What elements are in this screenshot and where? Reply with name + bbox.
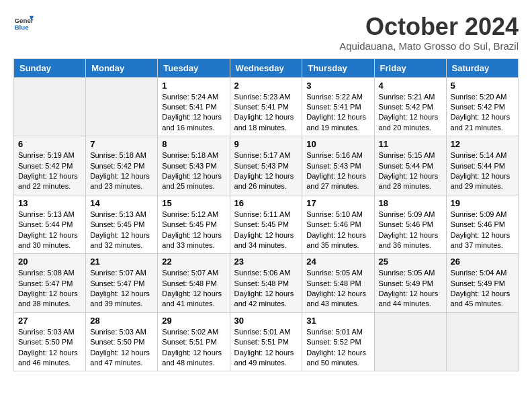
day-number: 9 xyxy=(234,139,298,149)
calendar-cell: 10Sunrise: 5:16 AM Sunset: 5:43 PM Dayli… xyxy=(302,136,374,195)
calendar-cell: 7Sunrise: 5:18 AM Sunset: 5:42 PM Daylig… xyxy=(86,136,158,195)
calendar-cell: 12Sunrise: 5:14 AM Sunset: 5:44 PM Dayli… xyxy=(446,136,518,195)
calendar-day-header: Wednesday xyxy=(230,58,302,77)
cell-content: Sunrise: 5:18 AM Sunset: 5:43 PM Dayligh… xyxy=(162,150,225,192)
day-number: 17 xyxy=(306,198,369,208)
calendar-day-header: Tuesday xyxy=(158,58,230,77)
day-number: 21 xyxy=(90,257,153,267)
calendar-day-header: Monday xyxy=(86,58,158,77)
logo-icon: General Blue xyxy=(13,13,34,34)
day-number: 8 xyxy=(162,139,225,149)
calendar-cell: 13Sunrise: 5:13 AM Sunset: 5:44 PM Dayli… xyxy=(14,195,86,254)
cell-content: Sunrise: 5:09 AM Sunset: 5:46 PM Dayligh… xyxy=(379,210,442,251)
cell-content: Sunrise: 5:17 AM Sunset: 5:43 PM Dayligh… xyxy=(234,150,298,192)
calendar-cell: 17Sunrise: 5:10 AM Sunset: 5:46 PM Dayli… xyxy=(302,195,374,254)
day-number: 1 xyxy=(162,81,225,91)
cell-content: Sunrise: 5:18 AM Sunset: 5:42 PM Dayligh… xyxy=(90,150,153,192)
cell-content: Sunrise: 5:11 AM Sunset: 5:45 PM Dayligh… xyxy=(234,210,298,251)
day-number: 7 xyxy=(90,139,153,149)
calendar-cell: 31Sunrise: 5:01 AM Sunset: 5:52 PM Dayli… xyxy=(302,312,374,371)
calendar-body: 1Sunrise: 5:24 AM Sunset: 5:41 PM Daylig… xyxy=(14,77,519,371)
calendar-cell: 24Sunrise: 5:05 AM Sunset: 5:48 PM Dayli… xyxy=(302,254,374,313)
cell-content: Sunrise: 5:02 AM Sunset: 5:51 PM Dayligh… xyxy=(162,327,225,369)
cell-content: Sunrise: 5:19 AM Sunset: 5:42 PM Dayligh… xyxy=(18,150,81,192)
day-number: 10 xyxy=(306,139,369,149)
cell-content: Sunrise: 5:16 AM Sunset: 5:43 PM Dayligh… xyxy=(306,150,369,192)
calendar-cell: 23Sunrise: 5:06 AM Sunset: 5:48 PM Dayli… xyxy=(230,254,302,313)
cell-content: Sunrise: 5:09 AM Sunset: 5:46 PM Dayligh… xyxy=(451,210,514,251)
day-number: 24 xyxy=(306,257,369,267)
cell-content: Sunrise: 5:20 AM Sunset: 5:42 PM Dayligh… xyxy=(451,92,514,134)
location-subtitle: Aquidauana, Mato Grosso do Sul, Brazil xyxy=(339,40,519,52)
calendar-header-row: SundayMondayTuesdayWednesdayThursdayFrid… xyxy=(14,58,519,77)
day-number: 25 xyxy=(379,257,442,267)
day-number: 22 xyxy=(162,257,225,267)
cell-content: Sunrise: 5:10 AM Sunset: 5:46 PM Dayligh… xyxy=(306,210,369,251)
day-number: 18 xyxy=(379,198,442,208)
calendar-cell: 29Sunrise: 5:02 AM Sunset: 5:51 PM Dayli… xyxy=(158,312,230,371)
day-number: 3 xyxy=(306,81,369,91)
cell-content: Sunrise: 5:05 AM Sunset: 5:48 PM Dayligh… xyxy=(306,268,369,310)
day-number: 13 xyxy=(18,198,81,208)
calendar-day-header: Sunday xyxy=(14,58,86,77)
calendar-cell: 11Sunrise: 5:15 AM Sunset: 5:44 PM Dayli… xyxy=(374,136,446,195)
calendar-cell xyxy=(374,312,446,371)
day-number: 14 xyxy=(90,198,153,208)
calendar-cell: 9Sunrise: 5:17 AM Sunset: 5:43 PM Daylig… xyxy=(230,136,302,195)
cell-content: Sunrise: 5:03 AM Sunset: 5:50 PM Dayligh… xyxy=(90,327,153,369)
calendar-cell: 18Sunrise: 5:09 AM Sunset: 5:46 PM Dayli… xyxy=(374,195,446,254)
day-number: 23 xyxy=(234,257,298,267)
day-number: 5 xyxy=(451,81,514,91)
month-title: October 2024 xyxy=(339,13,519,40)
calendar-cell: 14Sunrise: 5:13 AM Sunset: 5:45 PM Dayli… xyxy=(86,195,158,254)
calendar-week-row: 27Sunrise: 5:03 AM Sunset: 5:50 PM Dayli… xyxy=(14,312,519,371)
day-number: 30 xyxy=(234,316,298,326)
calendar-cell: 21Sunrise: 5:07 AM Sunset: 5:47 PM Dayli… xyxy=(86,254,158,313)
calendar-cell: 20Sunrise: 5:08 AM Sunset: 5:47 PM Dayli… xyxy=(14,254,86,313)
calendar-day-header: Saturday xyxy=(446,58,518,77)
day-number: 26 xyxy=(451,257,514,267)
calendar-cell: 25Sunrise: 5:05 AM Sunset: 5:49 PM Dayli… xyxy=(374,254,446,313)
cell-content: Sunrise: 5:22 AM Sunset: 5:41 PM Dayligh… xyxy=(306,92,369,134)
day-number: 27 xyxy=(18,316,81,326)
calendar-week-row: 1Sunrise: 5:24 AM Sunset: 5:41 PM Daylig… xyxy=(14,77,519,136)
day-number: 16 xyxy=(234,198,298,208)
cell-content: Sunrise: 5:21 AM Sunset: 5:42 PM Dayligh… xyxy=(379,92,442,134)
calendar-cell xyxy=(446,312,518,371)
cell-content: Sunrise: 5:01 AM Sunset: 5:51 PM Dayligh… xyxy=(234,327,298,369)
calendar-cell: 27Sunrise: 5:03 AM Sunset: 5:50 PM Dayli… xyxy=(14,312,86,371)
cell-content: Sunrise: 5:12 AM Sunset: 5:45 PM Dayligh… xyxy=(162,210,225,251)
cell-content: Sunrise: 5:13 AM Sunset: 5:45 PM Dayligh… xyxy=(90,210,153,251)
calendar-cell: 30Sunrise: 5:01 AM Sunset: 5:51 PM Dayli… xyxy=(230,312,302,371)
cell-content: Sunrise: 5:07 AM Sunset: 5:48 PM Dayligh… xyxy=(162,268,225,310)
logo: General Blue xyxy=(13,13,34,34)
calendar-table: SundayMondayTuesdayWednesdayThursdayFrid… xyxy=(13,58,519,372)
day-number: 28 xyxy=(90,316,153,326)
cell-content: Sunrise: 5:04 AM Sunset: 5:49 PM Dayligh… xyxy=(451,268,514,310)
cell-content: Sunrise: 5:03 AM Sunset: 5:50 PM Dayligh… xyxy=(18,327,81,369)
calendar-cell: 2Sunrise: 5:23 AM Sunset: 5:41 PM Daylig… xyxy=(230,77,302,136)
day-number: 20 xyxy=(18,257,81,267)
day-number: 12 xyxy=(451,139,514,149)
cell-content: Sunrise: 5:14 AM Sunset: 5:44 PM Dayligh… xyxy=(451,150,514,192)
calendar-cell xyxy=(14,77,86,136)
cell-content: Sunrise: 5:05 AM Sunset: 5:49 PM Dayligh… xyxy=(379,268,442,310)
day-number: 2 xyxy=(234,81,298,91)
cell-content: Sunrise: 5:08 AM Sunset: 5:47 PM Dayligh… xyxy=(18,268,81,310)
svg-text:Blue: Blue xyxy=(15,24,30,31)
calendar-cell: 26Sunrise: 5:04 AM Sunset: 5:49 PM Dayli… xyxy=(446,254,518,313)
cell-content: Sunrise: 5:15 AM Sunset: 5:44 PM Dayligh… xyxy=(379,150,442,192)
day-number: 6 xyxy=(18,139,81,149)
day-number: 29 xyxy=(162,316,225,326)
cell-content: Sunrise: 5:23 AM Sunset: 5:41 PM Dayligh… xyxy=(234,92,298,134)
cell-content: Sunrise: 5:06 AM Sunset: 5:48 PM Dayligh… xyxy=(234,268,298,310)
calendar-cell xyxy=(86,77,158,136)
calendar-cell: 6Sunrise: 5:19 AM Sunset: 5:42 PM Daylig… xyxy=(14,136,86,195)
day-number: 31 xyxy=(306,316,369,326)
calendar-cell: 19Sunrise: 5:09 AM Sunset: 5:46 PM Dayli… xyxy=(446,195,518,254)
calendar-cell: 1Sunrise: 5:24 AM Sunset: 5:41 PM Daylig… xyxy=(158,77,230,136)
cell-content: Sunrise: 5:24 AM Sunset: 5:41 PM Dayligh… xyxy=(162,92,225,134)
calendar-cell: 15Sunrise: 5:12 AM Sunset: 5:45 PM Dayli… xyxy=(158,195,230,254)
calendar-cell: 16Sunrise: 5:11 AM Sunset: 5:45 PM Dayli… xyxy=(230,195,302,254)
cell-content: Sunrise: 5:13 AM Sunset: 5:44 PM Dayligh… xyxy=(18,210,81,251)
